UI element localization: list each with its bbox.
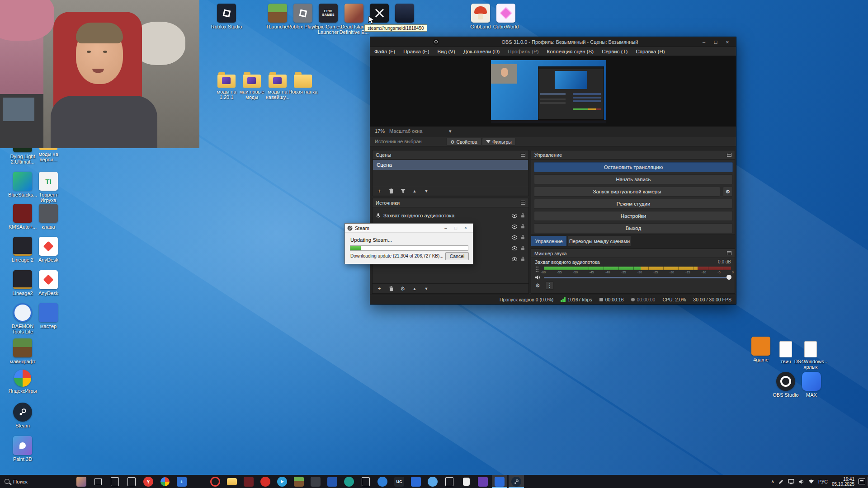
visibility-eye-icon[interactable] [511, 245, 518, 251]
taskbar-app-2[interactable] [124, 475, 139, 488]
stop-streaming-button[interactable]: Остановить трансляцию [534, 162, 733, 172]
taskbar-app-11[interactable] [408, 475, 424, 488]
volume-slider-knob[interactable] [726, 275, 731, 280]
remove-scene-icon[interactable] [388, 188, 394, 194]
language-indicator[interactable]: РУС [818, 479, 828, 484]
obs-preview-area[interactable] [370, 56, 736, 127]
taskbar-app-13[interactable] [442, 475, 457, 488]
remove-source-icon[interactable] [388, 286, 394, 291]
close-button[interactable]: × [722, 38, 733, 47]
maximize-button[interactable]: □ [710, 38, 722, 47]
zoom-caret-icon[interactable]: ▾ [449, 128, 452, 134]
taskbar-yandex-games[interactable] [191, 475, 206, 488]
taskbar-chrome[interactable] [157, 475, 173, 488]
lock-icon[interactable] [520, 256, 525, 262]
mixer-settings-gear-icon[interactable]: ⚙ [535, 282, 540, 289]
mixer-grip-icon[interactable] [535, 266, 539, 272]
panel-menu-icon[interactable] [521, 153, 525, 157]
filters-button[interactable]: Фильтры [482, 138, 516, 145]
menu-file[interactable]: Файл (F) [370, 47, 399, 56]
panel-menu-icon[interactable] [727, 153, 731, 157]
taskbar-app-10[interactable] [375, 475, 390, 488]
taskbar-app-12[interactable] [425, 475, 440, 488]
virtual-camera-button[interactable]: Запуск виртуальной камеры [534, 187, 720, 197]
desktop-icon-anydesk-2[interactable]: AnyDesk [31, 270, 66, 296]
taskbar-app-15[interactable] [475, 475, 491, 488]
menu-scene-collection[interactable]: Коллекция сцен (S) [543, 47, 598, 56]
display-icon[interactable] [788, 479, 794, 484]
scene-list-item[interactable]: Сцена [373, 160, 528, 170]
taskbar-app-6[interactable] [308, 475, 323, 488]
taskbar-yandex-browser[interactable]: Y [141, 475, 156, 488]
taskbar-app-7[interactable] [325, 475, 340, 488]
visibility-eye-icon[interactable] [511, 213, 518, 219]
desktop-folder-new[interactable]: Новая папка [286, 71, 320, 94]
taskbar-task-view-button[interactable] [90, 475, 106, 488]
tab-controls[interactable]: Управление [531, 235, 567, 247]
visibility-eye-icon[interactable] [511, 235, 518, 240]
settings-button[interactable]: Настройки [534, 211, 733, 221]
desktop-icon-torrent-igruha[interactable]: TI Торрент Игруха [31, 172, 66, 203]
volume-slider-track[interactable] [544, 277, 731, 278]
taskbar-file-explorer[interactable] [224, 475, 240, 488]
desktop-icon-ds4windows[interactable]: DS4Windows - ярлык [793, 340, 828, 370]
taskbar-search[interactable]: Поиск [0, 475, 72, 488]
steam-dialog-titlebar[interactable]: Steam – □ × [345, 224, 473, 233]
desktop-icon-minecraft[interactable]: майнкрафт [5, 338, 40, 364]
lock-icon[interactable] [520, 213, 525, 218]
taskbar-app-14[interactable] [458, 475, 474, 488]
exit-button[interactable]: Выход [534, 223, 733, 233]
start-recording-button[interactable]: Начать запись [534, 174, 733, 184]
minimize-button[interactable]: – [441, 225, 451, 232]
desktop-icon-master[interactable]: мастер [31, 303, 66, 329]
move-scene-down-icon[interactable]: ▼ [423, 189, 429, 193]
taskbar-clock[interactable]: 16:41 05.10.2025 [832, 477, 854, 487]
studio-mode-button[interactable]: Режим студии [534, 199, 733, 209]
properties-button[interactable]: ⚙ Свойства [446, 138, 481, 145]
menu-profile[interactable]: Профиль (P) [504, 47, 542, 56]
lock-icon[interactable] [520, 224, 525, 229]
desktop-icon-cubixworld[interactable]: CubixWorld [489, 4, 523, 29]
desktop-icon-paint3d[interactable]: Paint 3D [5, 436, 40, 462]
volume-icon[interactable] [798, 479, 804, 484]
taskbar-steam-active[interactable] [509, 475, 524, 488]
speaker-icon[interactable] [535, 275, 541, 280]
taskbar-app-5[interactable] [258, 475, 273, 488]
cancel-button[interactable]: Cancel [445, 252, 469, 260]
desktop-icon-klava[interactable]: клава [31, 204, 66, 230]
taskbar-opera[interactable] [208, 475, 223, 488]
move-source-down-icon[interactable]: ▼ [423, 286, 429, 291]
menu-view[interactable]: Вид (V) [434, 47, 459, 56]
action-center-icon[interactable] [859, 479, 865, 484]
move-source-up-icon[interactable]: ▲ [411, 286, 418, 291]
tab-scene-transitions[interactable]: Переходы между сценами [568, 235, 631, 247]
panel-menu-icon[interactable] [521, 201, 525, 205]
desktop-icon-steam[interactable]: Steam [5, 403, 40, 428]
taskbar-app-16-active[interactable] [492, 475, 507, 488]
desktop-icon-yandex-games[interactable]: ЯндексИгры [5, 370, 40, 394]
desktop-icon-anydesk-1[interactable]: AnyDesk [31, 237, 66, 263]
taskbar-app-1[interactable] [107, 475, 123, 488]
menu-help[interactable]: Справка (H) [632, 47, 669, 56]
source-properties-gear-icon[interactable]: ⚙ [400, 286, 406, 292]
menu-docks[interactable]: Док-панели (D) [459, 47, 504, 56]
close-button[interactable]: × [461, 225, 471, 232]
mixer-options-dots-icon[interactable]: ⋮ [546, 282, 554, 290]
pen-icon[interactable] [778, 479, 784, 484]
minimize-button[interactable]: – [698, 38, 710, 47]
taskbar-app-9[interactable] [358, 475, 373, 488]
menu-edit[interactable]: Правка (E) [399, 47, 433, 56]
obs-titlebar[interactable]: OBS 31.0.0 - Профиль: Безымянный - Сцены… [370, 37, 736, 47]
visibility-eye-icon[interactable] [511, 224, 518, 230]
desktop-icon-max[interactable]: MAX [794, 372, 829, 398]
visibility-eye-icon[interactable] [511, 256, 518, 262]
virtual-camera-config-gear-icon[interactable]: ⚙ [723, 187, 733, 197]
move-scene-up-icon[interactable]: ▲ [411, 189, 418, 193]
desktop-icon-roblox-studio[interactable]: Roblox Studio [209, 4, 244, 29]
taskbar-minecraft[interactable] [291, 475, 307, 488]
network-icon[interactable] [808, 479, 814, 484]
lock-icon[interactable] [520, 235, 525, 240]
panel-menu-icon[interactable] [727, 251, 731, 255]
source-row-audio-capture[interactable]: Захват входного аудиопотока [373, 210, 528, 221]
taskbar-uc-browser[interactable]: UC [392, 475, 407, 488]
